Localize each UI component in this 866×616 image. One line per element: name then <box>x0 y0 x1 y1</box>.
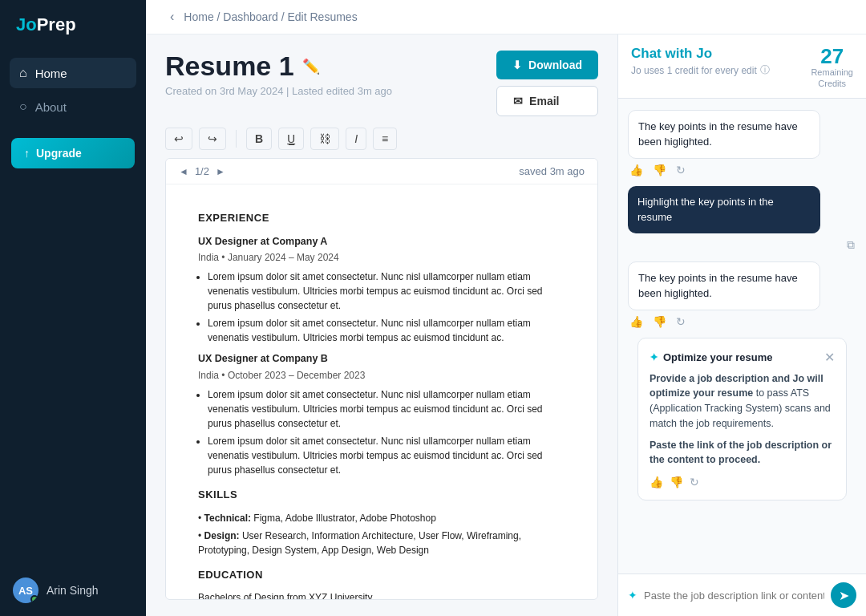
topbar: ‹ Home / Dashboard / Edit Resumes <box>146 0 866 34</box>
opt-thumbs-up[interactable]: 👍 <box>650 476 663 488</box>
credits-number: 27 <box>811 46 853 67</box>
breadcrumb: ‹ Home / Dashboard / Edit Resumes <box>165 8 358 26</box>
list-button[interactable]: ≡ <box>373 128 397 150</box>
saved-indicator: saved 3m ago <box>519 165 585 177</box>
chat-panel: Chat with Jo Jo uses 1 credit for every … <box>617 34 866 616</box>
italic-button[interactable]: I <box>346 128 366 150</box>
bold-button[interactable]: B <box>246 128 272 150</box>
chat-message-1: Highlight the key points in the resume ⧉ <box>628 186 856 253</box>
home-icon: ⌂ <box>19 66 27 80</box>
chat-subtitle: Jo uses 1 credit for every edit ⓘ <box>631 63 770 77</box>
experience-section-title: EXPERIENCE <box>198 210 565 226</box>
info-icon: ⓘ <box>760 63 770 77</box>
job-title-1: UX Designer at Company B <box>198 351 565 367</box>
sidebar: JoPrep ⌂ Home ○ About ↑ Upgrade AS Arin … <box>0 0 146 616</box>
upgrade-button[interactable]: ↑ Upgrade <box>11 138 135 168</box>
chat-send-button[interactable]: ➤ <box>831 582 856 608</box>
bullet-item: Lorem ipsum dolor sit amet consectetur. … <box>208 316 565 345</box>
resume-meta: Created on 3rd May 2024 | Lasted edited … <box>165 85 392 97</box>
resume-title: Resume 1 <box>165 51 294 82</box>
redo-button[interactable]: ↪ <box>199 128 226 150</box>
formatting-toolbar: ↩ ↪ B U̲ ⛓ I ≡ <box>165 123 598 158</box>
chat-messages: The key points in the resume have been h… <box>618 99 866 573</box>
avatar-initials: AS <box>18 585 33 597</box>
page-indicator: 1/2 <box>195 165 209 177</box>
job-bullets-0: Lorem ipsum dolor sit amet consectetur. … <box>198 270 565 345</box>
thumbs-up-button-2[interactable]: 👍 <box>628 314 645 330</box>
page-navigation: ◄ 1/2 ► saved 3m ago <box>166 159 597 184</box>
bullet-item: Lorem ipsum dolor sit amet consectetur. … <box>208 387 565 431</box>
resume-document: ◄ 1/2 ► saved 3m ago EXPERIENCE UX Desig… <box>165 158 598 600</box>
app-logo: JoPrep <box>0 0 146 50</box>
prev-page-button[interactable]: ◄ <box>179 166 188 177</box>
chat-credit-info: Jo uses 1 credit for every edit <box>631 65 757 76</box>
logo-prep: Prep <box>37 14 76 34</box>
chat-actions-2: 👍 👎 ↻ <box>628 314 856 330</box>
chat-input[interactable] <box>644 590 824 602</box>
page-nav-left: ◄ 1/2 ► <box>179 165 225 177</box>
refresh-button-2[interactable]: ↻ <box>674 314 687 330</box>
action-buttons: ⬇ Download ✉ Email <box>496 51 598 116</box>
skills-item-1: • Design: User Research, Information Arc… <box>198 529 565 557</box>
download-label: Download <box>528 59 582 71</box>
optimize-close-button[interactable]: ✕ <box>824 350 835 365</box>
editor-panel: Resume 1 ✏️ Created on 3rd May 2024 | La… <box>146 34 617 616</box>
job-entry-1: UX Designer at Company B India • October… <box>198 351 565 477</box>
logo-jo: Jo <box>16 14 37 34</box>
user-name: Arin Singh <box>47 584 99 597</box>
ai-bubble-0: The key points in the resume have been h… <box>628 110 820 159</box>
chat-header-left: Chat with Jo Jo uses 1 credit for every … <box>631 46 770 77</box>
job-meta-0: India • January 2024 – May 2024 <box>198 250 565 265</box>
back-button[interactable]: ‹ <box>165 8 179 26</box>
thumbs-down-button-2[interactable]: 👎 <box>651 314 668 330</box>
undo-button[interactable]: ↩ <box>165 128 192 150</box>
main-content: ‹ Home / Dashboard / Edit Resumes Resume… <box>146 0 866 616</box>
next-page-button[interactable]: ► <box>216 166 225 177</box>
thumbs-down-button[interactable]: 👎 <box>651 162 668 178</box>
underline-button[interactable]: U̲ <box>278 128 304 150</box>
optimize-resume-box: ✦ Optimize your resume ✕ Provide a job d… <box>637 338 847 501</box>
content-area: Resume 1 ✏️ Created on 3rd May 2024 | La… <box>146 34 866 616</box>
upgrade-icon: ↑ <box>24 147 30 160</box>
optimize-header: ✦ Optimize your resume ✕ <box>650 350 835 365</box>
thumbs-up-button[interactable]: 👍 <box>628 162 645 178</box>
email-icon: ✉ <box>513 95 523 107</box>
skills-item-0: • Technical: Figma, Adobe Illustrator, A… <box>198 511 565 525</box>
upgrade-label: Upgrade <box>36 147 82 160</box>
bullet-item: Lorem ipsum dolor sit amet consectetur. … <box>208 434 565 477</box>
sidebar-item-label: About <box>35 100 67 114</box>
sidebar-user-section: AS Arin Singh <box>0 565 146 616</box>
education-item-0: Bachelors of Design from XYZ University <box>198 590 565 600</box>
opt-thumbs-down[interactable]: 👎 <box>670 476 683 488</box>
opt-refresh[interactable]: ↻ <box>690 476 699 488</box>
chat-message-0: The key points in the resume have been h… <box>628 110 856 178</box>
edit-title-icon[interactable]: ✏️ <box>302 58 320 75</box>
email-button[interactable]: ✉ Email <box>496 86 598 116</box>
sidebar-item-label: Home <box>35 67 67 80</box>
send-icon: ➤ <box>839 588 849 603</box>
education-section-title: EDUCATION <box>198 567 565 583</box>
download-icon: ⬇ <box>512 59 522 71</box>
job-entry-0: UX Designer at Company A India • January… <box>198 234 565 346</box>
optimize-title: ✦ Optimize your resume <box>650 351 773 363</box>
link-button[interactable]: ⛓ <box>310 128 339 150</box>
sidebar-item-about[interactable]: ○ About <box>10 91 136 122</box>
job-title-0: UX Designer at Company A <box>198 234 565 249</box>
refresh-button[interactable]: ↻ <box>674 162 687 178</box>
copy-button[interactable]: ⧉ <box>845 237 856 253</box>
sidebar-nav: ⌂ Home ○ About <box>0 50 146 130</box>
download-button[interactable]: ⬇ Download <box>496 51 598 79</box>
chat-spark-icon: ✦ <box>628 589 637 602</box>
credits-box: 27 RemainingCredits <box>811 46 853 90</box>
skills-section-title: SKILLS <box>198 487 565 503</box>
job-bullets-1: Lorem ipsum dolor sit amet consectetur. … <box>198 387 565 477</box>
toolbar-separator <box>236 130 237 148</box>
chat-message-2: The key points in the resume have been h… <box>628 261 856 330</box>
ai-bubble-1: The key points in the resume have been h… <box>628 261 820 310</box>
sidebar-item-home[interactable]: ⌂ Home <box>10 58 136 88</box>
chat-header: Chat with Jo Jo uses 1 credit for every … <box>618 34 866 99</box>
resume-title-area: Resume 1 ✏️ Created on 3rd May 2024 | La… <box>165 51 392 97</box>
bullet-item: Lorem ipsum dolor sit amet consectetur. … <box>208 270 565 313</box>
user-bubble-0: Highlight the key points in the resume <box>628 186 820 233</box>
optimize-footer-actions: 👍 👎 ↻ <box>650 476 835 488</box>
